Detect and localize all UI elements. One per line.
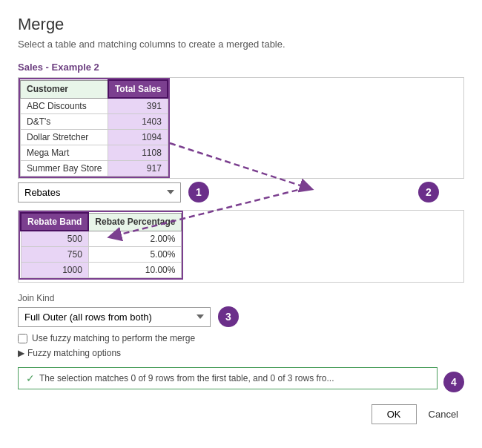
- badge-1: 1: [188, 182, 209, 202]
- badge-2: 2: [418, 182, 439, 202]
- table-cell: 2.00%: [88, 231, 182, 247]
- table-cell: 10.00%: [88, 263, 182, 278]
- upper-table: Customer Total Sales ABC Discounts391D&T…: [20, 79, 168, 177]
- table-row: Dollar Stretcher: [21, 130, 108, 145]
- table-row: ABC Discounts: [21, 98, 108, 114]
- cancel-button[interactable]: Cancel: [423, 405, 464, 424]
- table-cell: 917: [108, 161, 168, 177]
- status-check-icon: ✓: [26, 372, 35, 384]
- badge-4: 4: [443, 372, 464, 392]
- join-kind-label: Join Kind: [18, 293, 464, 303]
- upper-section-label: Sales - Example 2: [18, 62, 464, 73]
- upper-col-total-sales[interactable]: Total Sales: [108, 80, 168, 98]
- fuzzy-checkbox[interactable]: [18, 334, 27, 343]
- table-cell: 1403: [108, 114, 168, 130]
- fuzzy-checkbox-label: Use fuzzy matching to perform the merge: [32, 333, 195, 343]
- table-dropdown[interactable]: RebatesSales - Example 2: [18, 182, 181, 202]
- table-row: Mega Mart: [21, 145, 108, 161]
- lower-col-rebate-band[interactable]: Rebate Band: [21, 213, 88, 231]
- table-cell: 5.00%: [88, 247, 182, 263]
- table-row: 1000: [21, 263, 88, 278]
- badge-3: 3: [218, 306, 239, 327]
- page-subtitle: Select a table and matching columns to c…: [18, 39, 464, 50]
- page-title: Merge: [18, 15, 464, 34]
- status-text: The selection matches 0 of 9 rows from t…: [39, 373, 429, 383]
- lower-col-rebate-pct[interactable]: Rebate Percentage: [88, 213, 182, 231]
- table-row: Summer Bay Store: [21, 161, 108, 177]
- ok-button[interactable]: OK: [372, 404, 417, 424]
- upper-col-customer[interactable]: Customer: [21, 80, 108, 98]
- lower-table: Rebate Band Rebate Percentage 5002.00%75…: [20, 212, 182, 278]
- table-row: 750: [21, 247, 88, 263]
- chevron-right-icon: ▶: [18, 348, 24, 358]
- table-cell: 391: [108, 98, 168, 114]
- table-cell: 1108: [108, 145, 168, 161]
- fuzzy-expand-label: Fuzzy matching options: [27, 348, 121, 358]
- join-kind-dropdown[interactable]: Full Outer (all rows from both)Inner (on…: [18, 307, 211, 327]
- table-cell: 1094: [108, 130, 168, 145]
- table-row: 500: [21, 231, 88, 247]
- fuzzy-expand[interactable]: ▶ Fuzzy matching options: [18, 348, 464, 358]
- table-row: D&T's: [21, 114, 108, 130]
